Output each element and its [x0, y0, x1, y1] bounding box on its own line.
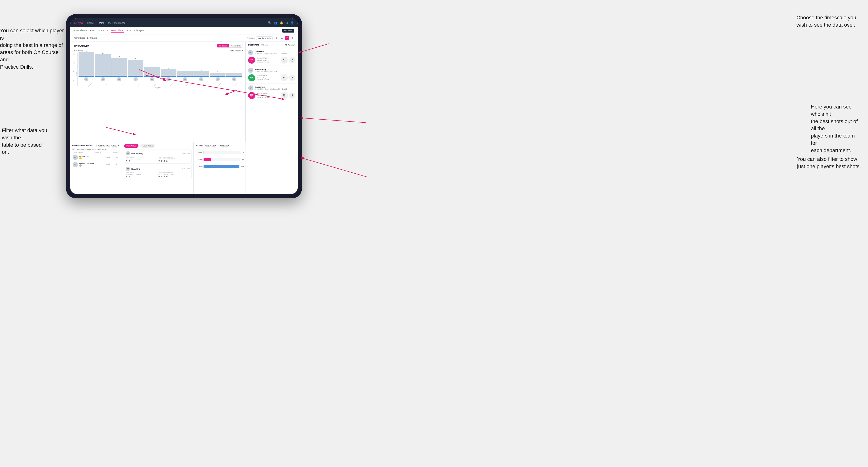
player-date-1: 23 Jul 2023: [255, 70, 263, 72]
settings-view-icon[interactable]: ⚙: [290, 36, 294, 40]
pars-track: [204, 165, 239, 168]
players-filter-dropdown[interactable]: All Players ▾: [219, 144, 230, 148]
team-name-label: Team Clippd | 14 Players: [73, 37, 247, 39]
bar-chart: Total Rounds 15 10 5 0: [73, 53, 243, 91]
shot-card-1: BM Blair McHarg 23 Jul 2023 · Ashridge G…: [246, 66, 298, 84]
add-team-button[interactable]: Add Team: [282, 29, 294, 33]
shot-dist-text-2: 16 yds: [263, 93, 268, 94]
player-hole-1: Hole 15: [274, 70, 279, 72]
lb-avg-1: 107: [113, 164, 120, 165]
chevron-down-icon: ▾: [270, 37, 271, 39]
bar-avatar-6: RB: [183, 77, 187, 81]
tab-tour[interactable]: Tour: [127, 29, 131, 33]
all-shots-filter[interactable]: All Shots: [261, 44, 268, 46]
practice-drills-toggle[interactable]: Practice Drills: [229, 44, 243, 48]
chevron-right-icon-2[interactable]: ›: [294, 87, 295, 89]
chevron-down-shots: ▾: [270, 44, 271, 46]
scoring-header: Scoring Par 3, 4 & 5s ▾ All Players ▾: [195, 144, 244, 148]
shot-dist-label-2: yds: [283, 96, 285, 97]
activity-card-header-0: BM Blair McHarg 26 Aug 2023: [126, 151, 190, 155]
leaderboards-dropdown[interactable]: PUTT Must Make Putting... ▾: [96, 144, 120, 148]
player-info-0: Matt Miller 09 Jun 2023 · Royal North De…: [255, 51, 293, 55]
most-active-tab[interactable]: Most Active: [124, 144, 138, 148]
nav-teams[interactable]: Teams: [97, 22, 104, 24]
shot-dist-label-1: yds: [283, 78, 285, 80]
player-detail-2: 24 Aug 2023 · Royal North Devon GC · Hol…: [255, 88, 293, 90]
bar-2: [111, 58, 127, 76]
list-view-icon[interactable]: ☰: [280, 36, 284, 40]
best-shots-panel: Best Shots All Shots ▾ All Players ▾ MM …: [246, 42, 298, 194]
all-players-filter[interactable]: All Players ▾: [285, 44, 295, 46]
least-active-tab[interactable]: Least Active: [140, 144, 155, 148]
pars-label: Pars: [195, 166, 203, 167]
app-value-1: 0: [161, 175, 162, 178]
scoring-panel: Scoring Par 3, 4 & 5s ▾ All Players ▾: [194, 142, 246, 194]
shot-badge-2: 198 SG: [248, 92, 255, 99]
bar-item-1: 12 RB: [95, 52, 111, 81]
pars-value: 499: [241, 166, 244, 167]
search-icon[interactable]: 🔍: [268, 21, 272, 25]
eagles-track: [204, 151, 241, 154]
activity-card-header-1: RB Rees Britt 02 Sep 2023: [126, 167, 190, 171]
player-name-0: Matt Miller: [255, 51, 293, 53]
people-icon[interactable]: 👥: [274, 21, 277, 25]
bar-item-2: 10 DF: [111, 56, 127, 81]
bell-icon[interactable]: 🔔: [280, 21, 283, 25]
annotation-filter: Filter what data you wish thetable to be…: [0, 125, 52, 158]
most-active-panel: Most Active Least Active BM Blair McHarg…: [122, 142, 194, 194]
rounds-values-1: 8 4: [126, 175, 157, 178]
edit-icon[interactable]: ✏️: [247, 37, 249, 39]
players-filter-label: All Players: [285, 44, 294, 46]
heart-view-icon[interactable]: ♥: [285, 36, 289, 40]
zero-badge-0: 0 yds: [289, 57, 295, 63]
grid-view-icon[interactable]: ⊞: [275, 36, 279, 40]
nav-home[interactable]: Home: [87, 22, 94, 24]
scoring-bar-eagles: Eagles 3: [195, 149, 244, 156]
bar-accent-2: [111, 76, 127, 76]
bar-value-3: 9: [135, 58, 136, 59]
zero-num-0: 0: [291, 59, 293, 61]
practice-label-1: Practice: [135, 174, 141, 175]
tab-pga[interactable]: PGA: [90, 29, 95, 33]
tab-pgat-players[interactable]: PGAT Players: [73, 29, 87, 33]
nav-my-performance[interactable]: My Performance: [108, 22, 125, 24]
svg-line-2: [300, 44, 329, 52]
tab-team-clippd[interactable]: Team Clippd: [111, 29, 123, 33]
tab-all-players[interactable]: All Players: [134, 29, 144, 33]
bar-avatar-2: DF: [117, 77, 121, 81]
bottom-section: Practice Leaderboards PUTT Must Make Put…: [70, 142, 246, 194]
practice-activities-section-1: Total Practice Activities GTT APP ARG PU…: [158, 172, 190, 178]
activities-label-0: Total Practice Activities: [158, 156, 190, 158]
pars-fill: [204, 165, 239, 168]
add-icon[interactable]: ⊕: [286, 21, 288, 25]
player-name-2: David Ford: [255, 86, 293, 88]
shot-badge-label-0: SG: [251, 61, 252, 62]
tab-hcaps[interactable]: Hcaps 1-5: [98, 29, 107, 33]
par-filter-dropdown[interactable]: Par 3, 4 & 5s ▾: [204, 144, 217, 148]
lb-player-avatar-1: EC: [73, 162, 78, 167]
chevron-right-icon-1[interactable]: ›: [294, 69, 295, 72]
on-course-toggle[interactable]: On Course: [217, 44, 229, 48]
player-course-1: Ashridge GC: [264, 70, 273, 72]
bar-avatar-8: EC: [216, 77, 220, 81]
x-axis-names: B. McHarg R. Britt D. Ford J. Coles E. E…: [82, 85, 243, 86]
bar-5: [161, 69, 177, 76]
time-filter-select[interactable]: Last 3 months ▾: [256, 36, 273, 40]
practice-activities-section-0: Total Practice Activities GTT APP ARG PU…: [158, 156, 190, 162]
shot-badge-0: 200 SG: [248, 57, 255, 64]
chart-section: On Course Total Rounds ▾ Total Rounds: [73, 50, 243, 91]
chevron-right-icon-0[interactable]: ›: [294, 52, 295, 54]
y-tick-0: 0: [73, 80, 75, 81]
putt-label-0: PUTT: [172, 158, 175, 160]
shot-dist-text-0: 67 yds: [263, 57, 268, 59]
chart-metric-dropdown[interactable]: Total Rounds ▾: [230, 50, 243, 52]
shot-badge-num-0: 200: [250, 59, 253, 61]
shot-dist-badge-1: 43 yds: [281, 74, 288, 81]
putt-value-1: 0: [166, 175, 167, 178]
end-lie-0: In The Hole: [262, 61, 270, 63]
profile-icon[interactable]: 👤: [290, 21, 294, 25]
sub-navigation: PGAT Players PGA Hcaps 1-5 Team Clippd T…: [70, 27, 298, 34]
player-course-2: Royal North Devon GC: [265, 88, 280, 90]
birdies-fill: [204, 158, 211, 161]
activity-stats-1: Total Rounds Tournament Practice 8 4: [126, 172, 190, 178]
